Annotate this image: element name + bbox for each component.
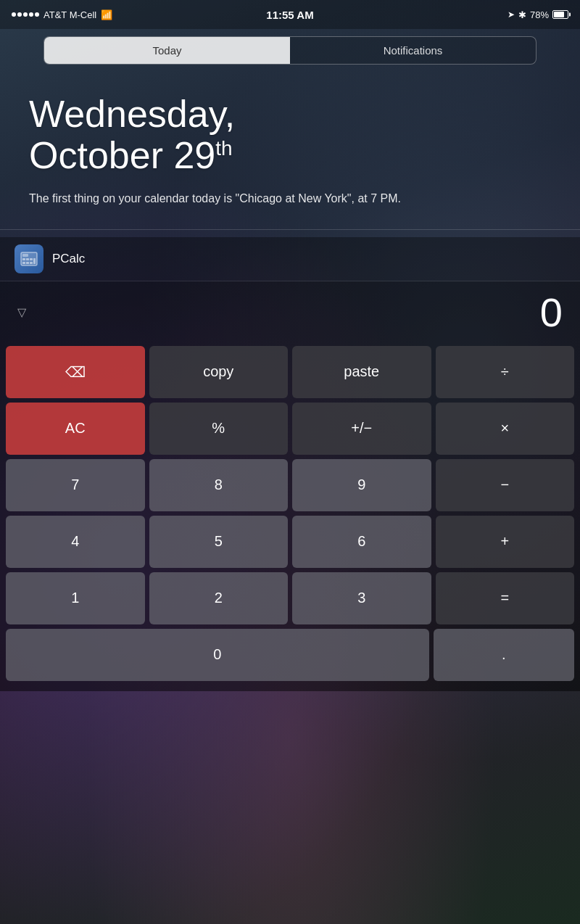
wifi-icon: 📶 <box>101 9 112 20</box>
svg-rect-8 <box>33 258 36 264</box>
calc-result: 0 <box>540 289 563 336</box>
status-right: ➤ ✱ 78% <box>508 9 568 20</box>
date-heading: Wednesday, October 29th <box>29 94 551 176</box>
calc-btn-0[interactable]: 0 <box>6 629 429 681</box>
calc-btn-backspace[interactable]: ⌫ <box>6 346 145 398</box>
calc-row-3: 7 8 9 − <box>6 459 574 511</box>
svg-rect-6 <box>26 262 29 264</box>
calc-btn-equals[interactable]: = <box>436 572 575 624</box>
pcalc-app-name: PCalc <box>52 252 85 266</box>
calc-row-2: AC % +/− × <box>6 403 574 455</box>
paste-label: paste <box>344 363 379 380</box>
calc-row-5: 1 2 3 = <box>6 572 574 624</box>
calc-btn-2[interactable]: 2 <box>149 572 289 624</box>
calc-btn-copy[interactable]: copy <box>149 346 289 398</box>
calc-row-4: 4 5 6 + <box>6 516 574 568</box>
svg-rect-5 <box>22 262 25 264</box>
svg-rect-4 <box>30 258 33 260</box>
date-line1: Wednesday, <box>29 93 235 135</box>
copy-label: copy <box>203 363 233 380</box>
multiply-label: × <box>500 420 509 437</box>
battery-icon <box>552 10 568 19</box>
today-section: Wednesday, October 29th The first thing … <box>0 72 580 222</box>
calc-btn-4[interactable]: 4 <box>6 516 145 568</box>
calc-btn-decimal[interactable]: . <box>434 629 575 681</box>
date-line2: October 29 <box>29 134 215 176</box>
collapse-icon[interactable]: ▽ <box>17 305 26 319</box>
ac-label: AC <box>65 420 86 437</box>
calc-btn-negate[interactable]: +/− <box>292 403 431 455</box>
tab-today[interactable]: Today <box>44 37 290 64</box>
percent-label: % <box>212 420 225 437</box>
svg-rect-1 <box>22 254 28 257</box>
tab-notifications[interactable]: Notifications <box>290 37 536 64</box>
calc-btn-subtract[interactable]: − <box>436 459 575 511</box>
calc-btn-1[interactable]: 1 <box>6 572 145 624</box>
calc-btn-8[interactable]: 8 <box>149 459 289 511</box>
calc-btn-add[interactable]: + <box>436 516 575 568</box>
status-left: AT&T M-Cell 📶 <box>12 9 112 20</box>
calc-btn-5[interactable]: 5 <box>149 516 289 568</box>
calc-btn-ac[interactable]: AC <box>6 403 145 455</box>
calc-btn-9[interactable]: 9 <box>292 459 431 511</box>
calc-btn-percent[interactable]: % <box>149 403 289 455</box>
negate-label: +/− <box>351 420 372 437</box>
calc-btn-divide[interactable]: ÷ <box>436 346 575 398</box>
signal-strength <box>12 12 39 17</box>
calc-display: ▽ 0 <box>0 281 580 343</box>
calc-btn-7[interactable]: 7 <box>6 459 145 511</box>
svg-rect-2 <box>22 258 25 260</box>
pcalc-app-icon <box>14 244 44 273</box>
status-time: 11:55 AM <box>266 9 313 21</box>
calc-row-6: 0 . <box>6 629 574 681</box>
svg-rect-3 <box>26 258 29 260</box>
status-bar: AT&T M-Cell 📶 11:55 AM ➤ ✱ 78% <box>0 0 580 29</box>
calc-row-1: ⌫ copy paste ÷ <box>6 346 574 398</box>
calc-btn-3[interactable]: 3 <box>292 572 431 624</box>
battery-percentage: 78% <box>530 9 549 20</box>
pcalc-header: PCalc <box>0 237 580 281</box>
calendar-text: The first thing on your calendar today i… <box>29 191 551 207</box>
bluetooth-icon: ✱ <box>518 9 526 20</box>
date-sup: th <box>215 137 232 160</box>
calc-buttons: ⌫ copy paste ÷ AC % +/− × <box>0 343 580 691</box>
divide-label: ÷ <box>501 363 509 380</box>
backspace-icon: ⌫ <box>65 363 86 381</box>
tab-bar: Today Notifications <box>44 36 536 65</box>
svg-rect-7 <box>30 262 33 264</box>
pcalc-widget: PCalc ▽ 0 ⌫ copy paste ÷ AC <box>0 237 580 691</box>
location-icon: ➤ <box>508 9 515 20</box>
carrier-label: AT&T M-Cell <box>44 9 96 20</box>
calc-btn-paste[interactable]: paste <box>292 346 431 398</box>
calc-btn-multiply[interactable]: × <box>436 403 575 455</box>
calc-btn-6[interactable]: 6 <box>292 516 431 568</box>
separator <box>0 229 580 230</box>
